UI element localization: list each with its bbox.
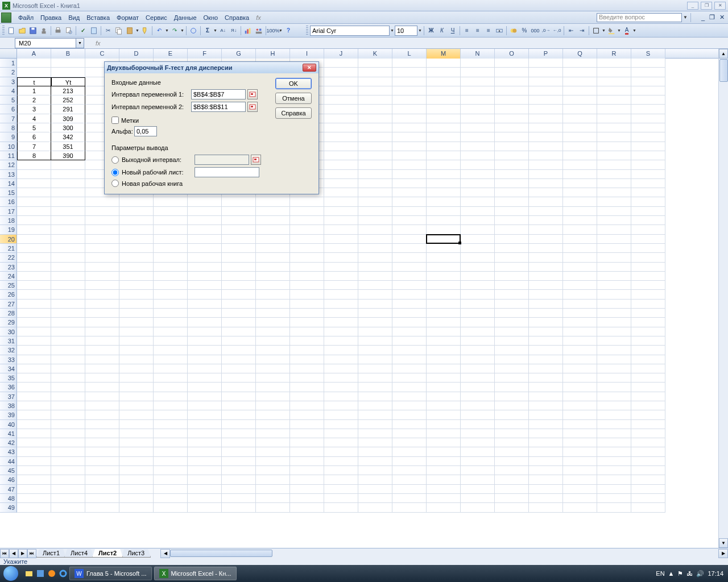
increase-indent-icon[interactable]: ⇥ [577, 26, 587, 36]
cell[interactable] [631, 466, 665, 475]
cell[interactable] [529, 216, 563, 225]
cell[interactable] [461, 123, 495, 132]
cell[interactable] [461, 132, 495, 142]
tray-flag-icon[interactable]: ⚑ [677, 570, 683, 577]
cell[interactable] [222, 216, 256, 225]
cell[interactable] [495, 86, 529, 95]
start-button[interactable] [0, 565, 22, 582]
cell[interactable] [85, 225, 119, 234]
cell[interactable] [529, 170, 563, 179]
cell[interactable] [324, 151, 358, 160]
cell[interactable] [188, 225, 222, 234]
cell[interactable] [597, 114, 631, 123]
cell[interactable]: 252 [51, 95, 85, 105]
cell[interactable] [324, 197, 358, 206]
cell[interactable] [495, 494, 529, 503]
percent-icon[interactable]: % [519, 26, 530, 36]
sort-desc-icon[interactable]: Я↓ [229, 26, 239, 36]
cell[interactable] [597, 142, 631, 151]
cell[interactable] [563, 466, 597, 475]
row-header-9[interactable]: 9 [0, 132, 17, 142]
cell[interactable] [392, 188, 427, 197]
cell[interactable] [358, 457, 392, 466]
column-header-Q[interactable]: Q [563, 49, 597, 59]
cell[interactable] [119, 272, 154, 281]
cell[interactable] [427, 309, 461, 318]
cell[interactable] [324, 494, 358, 503]
cell[interactable] [631, 123, 665, 132]
taskbar-item-word[interactable]: W Глава 5 - Microsoft ... [69, 567, 152, 580]
cell[interactable] [597, 438, 631, 447]
cell[interactable] [631, 207, 665, 216]
row-header-18[interactable]: 18 [0, 216, 17, 225]
cell[interactable] [358, 420, 392, 429]
cell[interactable] [529, 142, 563, 151]
cell[interactable] [290, 475, 324, 484]
cell[interactable] [51, 225, 85, 234]
cell[interactable] [631, 114, 665, 123]
bold-icon[interactable]: Ж [426, 26, 436, 36]
cell[interactable] [51, 392, 85, 401]
cell[interactable] [17, 59, 51, 68]
cell[interactable] [324, 281, 358, 290]
cell[interactable] [358, 410, 392, 419]
cell[interactable] [392, 355, 427, 364]
cell[interactable] [563, 59, 597, 68]
cell[interactable] [427, 401, 461, 410]
cell[interactable] [51, 170, 85, 179]
cell[interactable] [85, 272, 119, 281]
cell[interactable] [154, 447, 188, 456]
cell[interactable] [324, 485, 358, 494]
cell[interactable] [358, 105, 392, 114]
cell[interactable] [427, 59, 461, 68]
cell[interactable] [324, 355, 358, 364]
var2-input[interactable] [191, 102, 246, 112]
doc-minimize[interactable]: _ [699, 13, 707, 22]
cell[interactable] [392, 95, 427, 105]
cell[interactable] [188, 300, 222, 309]
cell[interactable] [597, 68, 631, 77]
cell[interactable] [597, 373, 631, 383]
cell[interactable] [392, 503, 427, 512]
cell[interactable] [154, 216, 188, 225]
column-header-S[interactable]: S [631, 49, 665, 59]
cell[interactable] [495, 216, 529, 225]
undo-dropdown[interactable]: ▼ [165, 28, 169, 32]
cell[interactable] [495, 114, 529, 123]
cell[interactable] [631, 364, 665, 373]
cell[interactable] [495, 95, 529, 105]
cell[interactable]: 5 [17, 123, 51, 132]
cell[interactable] [427, 290, 461, 299]
cell[interactable] [324, 290, 358, 299]
cell[interactable] [427, 355, 461, 364]
cell[interactable] [529, 263, 563, 272]
cell[interactable] [392, 207, 427, 216]
cell[interactable] [256, 281, 290, 290]
cell[interactable] [427, 336, 461, 346]
cell[interactable] [427, 188, 461, 197]
cell[interactable] [495, 253, 529, 262]
cell[interactable] [119, 197, 154, 206]
row-header-49[interactable]: 49 [0, 503, 17, 512]
cell[interactable] [529, 197, 563, 206]
currency-icon[interactable] [508, 26, 519, 36]
font-color-dropdown[interactable]: ▼ [632, 28, 636, 32]
cell[interactable] [324, 68, 358, 77]
cell[interactable] [154, 420, 188, 429]
cell[interactable] [392, 318, 427, 327]
cell[interactable]: 291 [51, 105, 85, 114]
dialog-close-button[interactable]: ✕ [303, 64, 316, 72]
cell[interactable] [495, 105, 529, 114]
clock[interactable]: 17:14 [708, 570, 723, 577]
row-header-21[interactable]: 21 [0, 244, 17, 253]
cell[interactable] [17, 309, 51, 318]
cell[interactable] [222, 355, 256, 364]
cell[interactable] [529, 244, 563, 253]
row-header-38[interactable]: 38 [0, 401, 17, 410]
cell[interactable] [290, 197, 324, 206]
language-indicator[interactable]: EN [656, 570, 664, 577]
cell[interactable] [563, 475, 597, 484]
redo-icon[interactable]: ↷ [169, 26, 180, 36]
column-header-R[interactable]: R [597, 49, 631, 59]
row-header-7[interactable]: 7 [0, 114, 17, 123]
